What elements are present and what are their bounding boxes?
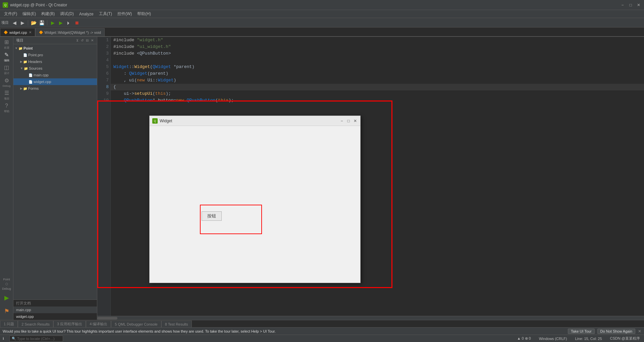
search-locate-box[interactable]: 🔍 Type to locate (Ctrl+...) — [9, 336, 63, 342]
sidebar-item-help[interactable]: ? 帮助 — [1, 102, 13, 114]
menu-help[interactable]: 帮助(H) — [135, 10, 154, 17]
widget-button[interactable]: 按钮 — [202, 211, 222, 221]
sidebar-item-welcome[interactable]: ⊞ 欢迎 — [1, 38, 13, 50]
bottom-tab-app-output[interactable]: 3 应用程序输出 — [53, 321, 86, 327]
minimize-button[interactable]: − — [620, 2, 625, 8]
status-close-button[interactable]: ✕ — [638, 329, 641, 334]
tree-arrow-forms: ▶ — [20, 87, 22, 90]
sidebar-item-debug[interactable]: ⚙ Debug — [1, 76, 13, 88]
menu-controls[interactable]: 控件(W) — [115, 10, 135, 17]
tree-item-sources[interactable]: ▼ 📁 Sources — [13, 65, 97, 72]
code-line-7: , ui(new Ui::Widget) — [111, 77, 644, 84]
widget-popup[interactable]: Q Widget − □ ✕ 按钮 — [149, 116, 361, 283]
tree-item-point[interactable]: ▼ 📁 Point — [13, 45, 97, 52]
toolbar-separator-2 — [47, 20, 47, 25]
debug-run-button[interactable]: ⚑ — [1, 305, 13, 317]
tab-close-0[interactable]: ✕ — [29, 30, 32, 34]
sidebar-item-project[interactable]: ☰ 项目 — [1, 89, 13, 101]
tab-widget-method[interactable]: 🔶 Widget::Widget(QWidget *) -> void — [35, 28, 105, 36]
toolbar-build-button[interactable]: ▶ — [49, 19, 56, 26]
toolbar-open-button[interactable]: 📂 — [30, 19, 37, 26]
menu-bar: 文件(F) 编辑(E) 构建(B) 调试(D) Analyze 工具(T) 控件… — [0, 10, 644, 18]
open-file-widget[interactable]: widget.cpp — [13, 313, 97, 320]
project-sync-btn[interactable]: ↺ — [80, 38, 84, 43]
bottom-tab-qml-label: 5 QML Debugger Console — [115, 322, 157, 326]
sidebar-item-design[interactable]: ◫ 设计 — [1, 64, 13, 76]
tree-item-headers[interactable]: ▶ 📁 Headers — [13, 58, 97, 65]
widget-close-button[interactable]: ✕ — [353, 119, 358, 123]
tree-item-main-cpp[interactable]: ▶ 📄 main.cpp — [13, 72, 97, 78]
tree-label-point: Point — [23, 46, 33, 50]
design-icon: ◫ — [4, 64, 9, 71]
project-close-btn[interactable]: ✕ — [90, 38, 94, 43]
horizontal-scrollbar[interactable] — [97, 316, 644, 320]
take-tour-button[interactable]: Take UI Tour — [568, 329, 595, 334]
menu-analyze[interactable]: Analyze — [76, 11, 96, 17]
menu-build[interactable]: 构建(B) — [39, 10, 57, 17]
tab-widget-cpp[interactable]: 🔶 widget.cpp ✕ — [0, 28, 35, 36]
code-area[interactable]: 1 2 3 4 5 6 7 8 9 10 #include "widget.h" — [97, 37, 644, 320]
tree-item-widget-cpp[interactable]: ▶ 📄 widget.cpp — [13, 78, 97, 85]
code-line-5: Widget::Widget(QWidget *parent) — [111, 64, 644, 70]
tree-arrow-headers: ▶ — [20, 60, 22, 63]
search-locate-placeholder: Type to locate (Ctrl+...) — [17, 337, 55, 341]
line-ending[interactable]: Windows (CRLF) — [538, 337, 569, 341]
widget-minimize-button[interactable]: − — [339, 119, 344, 123]
code-line-10: QPushButton* button=new QPushButton(this… — [111, 97, 644, 104]
sidebar-icons: ⊞ 欢迎 ✎ 编辑 ◫ 设计 ⚙ Debug ☰ 项目 ? 帮助 Point ⬡… — [0, 37, 13, 320]
bottom-tab-issues[interactable]: 1 问题 — [0, 321, 18, 327]
menu-file[interactable]: 文件(F) — [1, 10, 20, 17]
app-icon: Q — [3, 2, 8, 8]
folder-icon-forms: 📁 — [23, 87, 27, 90]
toolbar-forward-button[interactable]: ▶ — [19, 19, 26, 26]
menu-tools[interactable]: 工具(T) — [96, 10, 115, 17]
menu-edit[interactable]: 编辑(E) — [20, 10, 39, 17]
sidebar-project-label: 项目 — [4, 97, 9, 100]
tree-item-point-pro[interactable]: ▶ 📄 Point.pro — [13, 52, 97, 58]
maximize-button[interactable]: □ — [628, 2, 633, 8]
bottom-tab-app-output-label: 3 应用程序输出 — [57, 322, 82, 327]
toolbar-back-button[interactable]: ◀ — [11, 19, 18, 26]
bottom-tab-qml[interactable]: 5 QML Debugger Console — [111, 321, 161, 327]
toolbar-debug-run-button[interactable]: ⏵ — [65, 19, 72, 26]
sidebar-debug-label: Debug — [3, 84, 11, 87]
widget-popup-controls: − □ ✕ — [339, 119, 358, 123]
bottom-tab-tests[interactable]: 8 Test Results — [161, 321, 192, 327]
code-line-3: #include <QPushButton> — [111, 50, 644, 57]
project-panel-title: 项目 — [16, 38, 23, 43]
bottom-tab-compile[interactable]: 4 编译输出 — [86, 321, 111, 327]
toolbar-run-button[interactable]: ▶ — [57, 19, 64, 26]
project-collapse-btn[interactable]: ⊟ — [85, 38, 89, 43]
project-actions: ⊻ ↺ ⊟ ✕ — [75, 38, 94, 43]
widget-maximize-button[interactable]: □ — [346, 119, 351, 123]
tree-label-headers: Headers — [28, 60, 42, 64]
file-icon-point-pro: 📄 — [23, 53, 27, 57]
open-file-widget-label: widget.cpp — [16, 315, 34, 319]
tab-bar: 🔶 widget.cpp ✕ 🔶 Widget::Widget(QWidget … — [0, 27, 644, 37]
tree-item-forms[interactable]: ▶ 📁 Forms — [13, 85, 97, 92]
tree-label-widget: widget.cpp — [34, 80, 51, 84]
close-button[interactable]: ✕ — [636, 2, 641, 8]
sidebar-item-edit[interactable]: ✎ 编辑 — [1, 51, 13, 63]
open-files-header: 打开文档 — [13, 300, 97, 306]
bottom-tab-issues-label: 1 问题 — [4, 322, 14, 327]
run-button[interactable]: ▶ — [1, 292, 13, 304]
code-line-9: ui->setupUi(this); — [111, 90, 644, 97]
folder-icon-point: 📁 — [18, 47, 22, 50]
position[interactable]: Line: 15, Col: 25 — [574, 337, 603, 341]
sidebar-point-icon: ⬡ — [5, 282, 8, 286]
do-not-show-button[interactable]: Do Not Show Again — [597, 329, 635, 334]
status-line: ℹ 🔍 Type to locate (Ctrl+...) ▲ 0 ⊗ 0 Wi… — [0, 335, 644, 342]
folder-icon-headers: 📁 — [23, 60, 27, 64]
bottom-tabs: 1 问题 2 Search Results 3 应用程序输出 4 编译输出 5 … — [0, 320, 644, 327]
toolbar-stop-button[interactable]: ⏹ — [73, 19, 80, 26]
bottom-tab-search[interactable]: 2 Search Results — [18, 321, 53, 327]
open-file-main[interactable]: main.cpp — [13, 306, 97, 313]
scrollbar-thumb[interactable] — [97, 317, 117, 320]
toolbar-save-button[interactable]: 💾 — [38, 19, 45, 26]
menu-debug[interactable]: 调试(D) — [57, 10, 76, 17]
open-files-label: 打开文档 — [16, 301, 31, 306]
edit-icon: ✎ — [4, 52, 9, 58]
project-filter-btn[interactable]: ⊻ — [75, 38, 79, 43]
tree-label-sources: Sources — [29, 66, 42, 70]
